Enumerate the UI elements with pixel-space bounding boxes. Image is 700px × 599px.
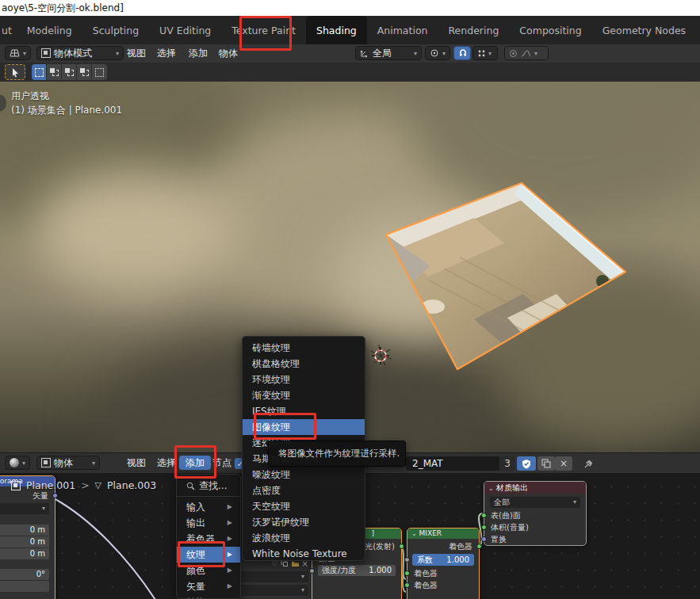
- menu-item-brick-texture[interactable]: 砖墙纹理: [243, 340, 365, 356]
- menu-item-gradient-texture[interactable]: 渐变纹理: [243, 387, 365, 403]
- snap-toggle-button[interactable]: [453, 46, 471, 60]
- menu-item-vector[interactable]: 矢量▶: [177, 578, 240, 594]
- select-mode-set-button[interactable]: [32, 64, 47, 80]
- menu-item-checker-texture[interactable]: 棋盘格纹理: [243, 356, 365, 372]
- menu-item-ies-texture[interactable]: IES纹理: [243, 403, 365, 419]
- menu-object[interactable]: 物体: [219, 44, 238, 63]
- strength-input-socket[interactable]: [309, 568, 315, 574]
- breadcrumb: Plane.001 > ▽ Plane.003: [11, 479, 156, 491]
- material-output-node[interactable]: ⌄ 材质输出 全部▾ 表(曲)面 体积(音量) 置换: [484, 481, 587, 546]
- select-mode-extend-button[interactable]: [47, 64, 62, 80]
- menu-item-noise-texture[interactable]: 噪波纹理: [243, 467, 365, 483]
- shader-input-socket[interactable]: [404, 570, 410, 576]
- tweak-tool-button[interactable]: [5, 64, 25, 80]
- menu-item-converter[interactable]: 转换器▶: [177, 594, 240, 599]
- volume-input-socket[interactable]: [481, 525, 487, 530]
- snap-settings-dropdown[interactable]: ▾: [472, 46, 498, 60]
- projection-dropdown[interactable]: ▾: [236, 585, 308, 596]
- menu-item-texture[interactable]: 纹理▶: [177, 547, 240, 563]
- select-mode-invert-button[interactable]: [77, 64, 92, 80]
- material-name-field[interactable]: 2_MAT: [406, 456, 499, 471]
- tab-texture-paint[interactable]: Texture Paint: [221, 16, 306, 44]
- menu-item-white-noise-texture[interactable]: White Noise Texture: [243, 546, 365, 562]
- menu-item-sky-texture[interactable]: 天空纹理: [243, 498, 365, 514]
- tab-shading[interactable]: Shading: [306, 16, 367, 44]
- mix-shader-node[interactable]: ⌄ MIXER 着色器 系数1.000 着色器 着色器: [407, 528, 480, 599]
- menu-item-point-density[interactable]: 点密度: [243, 483, 365, 498]
- tab-layout[interactable]: ut: [0, 16, 17, 44]
- image-plane[interactable]: [381, 181, 628, 369]
- mixer-node-header[interactable]: ⌄ MIXER: [407, 528, 479, 539]
- new-material-copy-button[interactable]: [537, 456, 555, 471]
- menu-item-input[interactable]: 输入▶: [177, 499, 240, 515]
- shader-menu-add[interactable]: 添加: [179, 456, 211, 470]
- select-mode-subtract-button[interactable]: [62, 64, 77, 80]
- pin-button[interactable]: [580, 456, 596, 471]
- editor-type-dropdown-shader[interactable]: ▾: [5, 456, 30, 470]
- shader-input-socket[interactable]: [404, 582, 410, 588]
- menu-item-search[interactable]: 查找...: [177, 478, 240, 494]
- submenu-arrow-icon: ▶: [228, 547, 232, 563]
- rotation-x-field[interactable]: 0°: [0, 569, 49, 580]
- surface-input-socket[interactable]: [481, 513, 487, 518]
- shader-output-socket[interactable]: [476, 544, 482, 549]
- menu-add[interactable]: 添加: [189, 44, 208, 63]
- fac-slider[interactable]: 系数1.000: [412, 554, 474, 566]
- material-output-header[interactable]: ⌄ 材质输出: [484, 482, 586, 494]
- displacement-input-socket[interactable]: [481, 536, 487, 542]
- tab-scripting[interactable]: Scripting: [696, 16, 700, 44]
- tab-uv-editing[interactable]: UV Editing: [149, 16, 221, 44]
- tab-animation[interactable]: Animation: [367, 16, 438, 44]
- tab-modeling[interactable]: Modeling: [17, 16, 82, 44]
- location-z-field[interactable]: 0 m: [0, 548, 49, 559]
- emission-strength-field[interactable]: 强度/力度1.000: [318, 565, 396, 576]
- unlink-material-button[interactable]: ×: [555, 456, 572, 471]
- shader-type-dropdown[interactable]: 物体 ▾: [36, 456, 100, 470]
- interpolation-dropdown[interactable]: ▾: [236, 571, 308, 582]
- tab-compositing[interactable]: Compositing: [509, 16, 591, 44]
- menu-view[interactable]: 视图: [127, 44, 146, 63]
- image-texture-node-partial[interactable]: g ♡ × ▾ ▾: [232, 555, 312, 599]
- shader-menu-view[interactable]: 视图: [127, 453, 146, 473]
- menu-item-wave-texture[interactable]: 波浪纹理: [243, 530, 365, 546]
- mapping-type-dropdown[interactable]: 点▾: [0, 503, 49, 514]
- submenu-arrow-icon: ▶: [228, 499, 232, 515]
- object-icon: [11, 481, 21, 490]
- shading-sphere-icon: [10, 458, 19, 467]
- falloff-curve-icon: [521, 49, 531, 58]
- menu-item-shader[interactable]: 着色器▶: [177, 531, 240, 547]
- pivot-point-dropdown[interactable]: ▾: [425, 46, 450, 60]
- rotation-y-field[interactable]: [0, 581, 49, 592]
- menu-item-voronoi-texture[interactable]: 沃罗诺伊纹理: [243, 514, 365, 530]
- tab-rendering[interactable]: Rendering: [438, 16, 509, 44]
- snap-grid-icon: [477, 49, 485, 57]
- mapping-node[interactable]: Living Panorama 矢量 点▾ 0 m 0 m 0 m 0°: [0, 475, 55, 599]
- material-users-count[interactable]: 3: [499, 456, 515, 471]
- menu-item-environment-texture[interactable]: 环境纹理: [243, 372, 365, 387]
- select-mode-intersect-button[interactable]: [92, 64, 107, 80]
- menu-item-output[interactable]: 输出▶: [177, 515, 240, 531]
- shader-menu-select[interactable]: 选择: [157, 453, 176, 473]
- emission-output-socket[interactable]: [399, 544, 404, 549]
- menu-item-color[interactable]: 颜色▶: [177, 563, 240, 578]
- location-x-field[interactable]: 0 m: [0, 525, 49, 536]
- submenu-arrow-icon: ▶: [228, 578, 232, 594]
- transform-orientation-dropdown[interactable]: 全局 ▾: [355, 46, 422, 60]
- vector-output-socket[interactable]: [52, 493, 58, 498]
- proportional-editing-group[interactable]: ▾: [504, 46, 549, 60]
- chevron-down-icon: ▾: [534, 50, 537, 57]
- fac-input-socket[interactable]: [404, 557, 410, 563]
- tab-geometry-nodes[interactable]: Geometry Nodes: [592, 16, 696, 44]
- menu-select[interactable]: 选择: [157, 44, 176, 63]
- menu-item-image-texture[interactable]: 图像纹理: [243, 419, 365, 435]
- output-target-dropdown[interactable]: 全部▾: [490, 497, 580, 508]
- chevron-down-icon: ▾: [22, 460, 25, 467]
- shader-menu-node[interactable]: 节点: [212, 453, 231, 473]
- mode-select-dropdown[interactable]: 物体模式 ▾: [36, 46, 124, 60]
- chevron-down-icon: ▾: [414, 50, 417, 57]
- fake-user-shield-button[interactable]: [517, 456, 536, 471]
- tab-sculpting[interactable]: Sculpting: [82, 16, 149, 44]
- surface-input-row: 表(曲)面: [484, 509, 586, 521]
- editor-type-dropdown[interactable]: ▾: [5, 46, 31, 60]
- location-y-field[interactable]: 0 m: [0, 536, 49, 547]
